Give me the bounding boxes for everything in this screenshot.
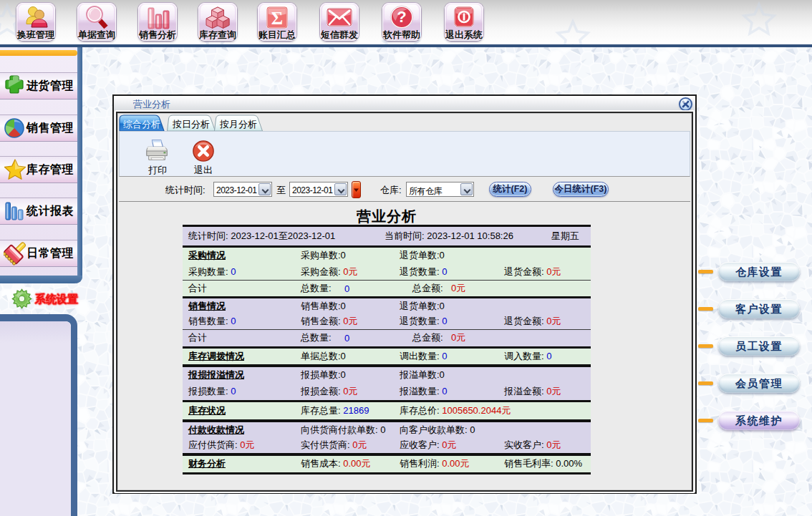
svg-text:?: ? [397,8,406,26]
svg-text:按月分析: 按月分析 [219,119,257,130]
svg-text:按日分析: 按日分析 [172,119,210,130]
svg-text:Σ: Σ [271,9,283,28]
svg-text:综合分析: 综合分析 [123,119,160,130]
